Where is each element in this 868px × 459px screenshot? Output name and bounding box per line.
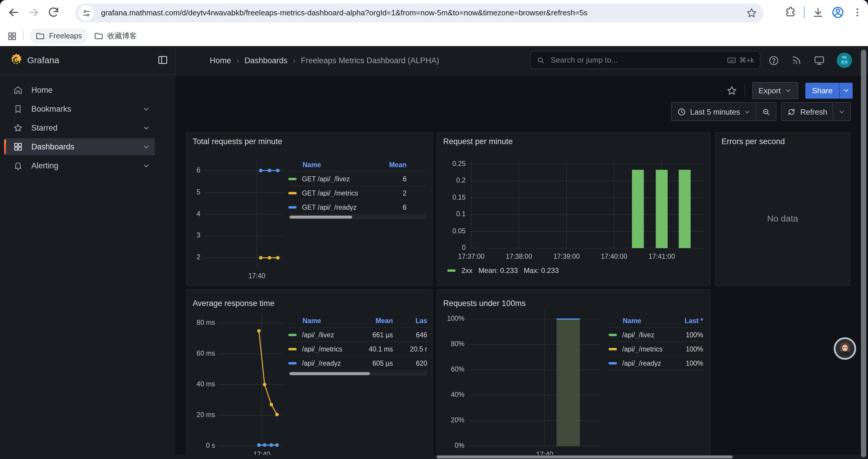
series-name[interactable]: /api/_/readyz [622, 359, 661, 366]
bookmark-folder-blogs[interactable]: 收藏博客 [88, 28, 143, 44]
profile-icon[interactable] [831, 6, 844, 19]
panel-title[interactable]: Request per minute [443, 137, 513, 146]
series-name[interactable]: /api/_/metrics [622, 345, 663, 352]
sidebar-toggle-icon[interactable] [157, 54, 168, 66]
zoom-out-button[interactable] [756, 103, 776, 121]
url-bar[interactable]: grafana.mathmast.com/d/deytv4rwavabkb/fr… [75, 4, 764, 23]
grafana-logo-icon[interactable] [9, 53, 24, 67]
legend-row[interactable]: GET /api/_/metrics 2 [288, 186, 427, 200]
series-name[interactable]: /api/_/livez [622, 331, 654, 338]
chevron-right-icon: › [293, 56, 296, 65]
back-icon[interactable] [7, 6, 21, 20]
downloads-icon[interactable] [812, 6, 824, 19]
legend-header-name[interactable]: Name [609, 317, 675, 324]
panel-title[interactable]: Average response time [193, 299, 275, 308]
toolbar-divider [804, 6, 805, 18]
refresh-interval-chevron[interactable] [833, 103, 850, 121]
reload-icon[interactable] [47, 6, 61, 20]
series-name[interactable]: /api/_/readyz [302, 359, 341, 366]
horizontal-scrollbar[interactable] [176, 455, 868, 459]
refresh-button[interactable]: Refresh [782, 103, 833, 121]
legend-row[interactable]: /api/_/readyz 605 µs 620 [288, 356, 427, 370]
sidebar-item-bookmarks[interactable]: Bookmarks [4, 100, 155, 118]
legend-scrollbar[interactable] [288, 215, 427, 219]
bookmark-folder-freeleaps[interactable]: Freeleaps [30, 28, 88, 44]
share-button[interactable]: Share [806, 83, 852, 98]
legend-row[interactable]: GET /api/_/livez 6 [288, 171, 427, 186]
keyboard-icon [727, 55, 736, 65]
monitor-icon[interactable] [814, 55, 825, 66]
series-last: 100% [675, 331, 703, 338]
axis-tick-label: 40 ms [187, 381, 215, 388]
axis-tick-label: 100% [437, 315, 464, 322]
clock-icon [677, 107, 686, 116]
url-text[interactable]: grafana.mathmast.com/d/deytv4rwavabkb/fr… [101, 4, 588, 23]
legend-row[interactable]: /api/_/livez 661 µs 646 [288, 327, 427, 341]
time-range-button[interactable]: Last 5 minutes [672, 103, 756, 121]
forward-icon[interactable] [27, 6, 41, 20]
time-controls: Last 5 minutes Refresh [671, 102, 851, 121]
series-mean: 661 µs [361, 331, 393, 338]
panel-title[interactable]: Total requests per minute [193, 137, 282, 146]
series-name[interactable]: /api/_/livez [302, 331, 334, 338]
series-mean: 40.1 ms [361, 345, 393, 352]
panel-errors-per-second: Errors per second No data [715, 132, 850, 286]
legend-row[interactable]: /api/_/livez 100% [609, 327, 703, 341]
share-menu-chevron[interactable] [839, 83, 852, 98]
chevron-down-icon[interactable] [143, 124, 150, 132]
legend-scrollbar[interactable] [288, 371, 427, 376]
legend-row[interactable]: /api/_/metrics 100% [609, 341, 703, 356]
extensions-icon[interactable] [785, 6, 797, 18]
series-swatch [288, 362, 297, 364]
sidebar-item-label: Alerting [31, 161, 59, 170]
brand-name[interactable]: Grafana [27, 46, 59, 74]
sidebar-item-home[interactable]: Home [4, 81, 155, 99]
panel-title[interactable]: Errors per second [721, 137, 785, 146]
legend-header-last[interactable]: Las [393, 317, 427, 324]
legend-header-mean[interactable]: Mean [380, 161, 406, 168]
export-button[interactable]: Export [752, 82, 798, 99]
favorite-star-icon[interactable] [726, 85, 737, 96]
site-settings-icon[interactable] [79, 5, 94, 21]
bookmark-label: 收藏博客 [107, 31, 137, 41]
legend-row[interactable]: 2xx Mean: 0.233 Max: 0.233 [447, 266, 559, 275]
apps-grid-icon[interactable] [7, 31, 17, 41]
search-box[interactable]: ⌘+k [530, 51, 761, 69]
series-name[interactable]: /api/_/metrics [302, 345, 342, 352]
legend-header-name[interactable]: Name [288, 317, 361, 324]
series-name[interactable]: 2xx [462, 266, 472, 275]
chevron-down-icon[interactable] [143, 143, 150, 151]
user-avatar[interactable] [837, 53, 852, 68]
legend-row[interactable]: /api/_/metrics 40.1 ms 20.5 r [288, 341, 427, 356]
news-rss-icon[interactable] [791, 55, 802, 66]
series-name[interactable]: GET /api/_/metrics [302, 189, 358, 196]
series-mean: 6 [380, 175, 406, 182]
vertical-scrollbar[interactable] [861, 50, 866, 457]
bar-chart[interactable]: 0.250.20.150.10.05017:37:0017:38:0017:39… [437, 133, 710, 285]
chevron-down-icon[interactable] [143, 105, 150, 113]
axis-tick-label: 6 [187, 166, 200, 173]
panel-title[interactable]: Requests under 100ms [443, 299, 526, 308]
breadcrumb-home[interactable]: Home [210, 56, 231, 65]
series-name[interactable]: GET /api/_/livez [302, 175, 350, 182]
bookmark-star-icon[interactable] [746, 7, 757, 19]
search-input[interactable] [550, 55, 727, 65]
series-name[interactable]: GET /api/_/readyz [302, 203, 356, 210]
axis-tick-label: 20% [437, 417, 464, 424]
floating-assistant-avatar[interactable] [834, 337, 856, 360]
legend-row[interactable]: GET /api/_/readyz 6 [288, 200, 427, 214]
legend-header-last[interactable]: Last * [675, 317, 703, 324]
toolbar-divider [744, 84, 745, 97]
search-shortcut: ⌘+k [727, 55, 754, 65]
breadcrumb-dashboards[interactable]: Dashboards [244, 56, 287, 65]
legend-header-mean[interactable]: Mean [361, 317, 393, 324]
sidebar-item-alerting[interactable]: Alerting [4, 157, 155, 174]
chevron-down-icon[interactable] [143, 162, 150, 169]
topnav-brand-section: Grafana [0, 46, 176, 74]
sidebar-item-dashboards[interactable]: Dashboards [4, 138, 155, 155]
help-icon[interactable] [768, 55, 779, 66]
legend-header-name[interactable]: Name [288, 161, 380, 168]
sidebar-item-starred[interactable]: Starred [4, 119, 155, 136]
menu-kebab-icon[interactable] [851, 6, 863, 18]
legend-row[interactable]: /api/_/readyz 100% [609, 356, 703, 370]
